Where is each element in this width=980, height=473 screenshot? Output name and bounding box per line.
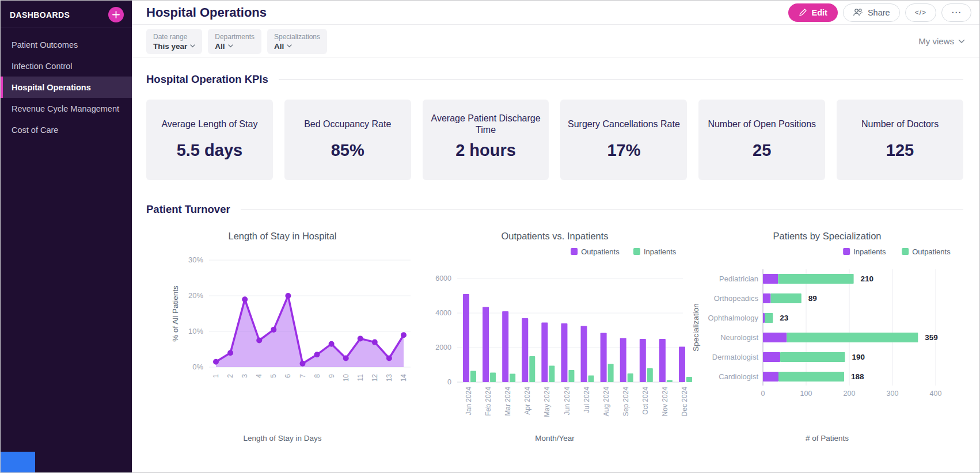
ellipsis-icon: ⋯ (951, 7, 962, 17)
bar-segment-inpatients[interactable] (763, 274, 778, 284)
bar-inpatients[interactable] (627, 373, 633, 382)
bar-outpatients[interactable] (679, 347, 685, 383)
bar-outpatients[interactable] (522, 318, 528, 382)
bar-outpatients[interactable] (541, 323, 548, 383)
bar-inpatients[interactable] (510, 374, 515, 382)
sidebar-item-revenue-cycle-management[interactable]: Revenue Cycle Management (1, 98, 132, 119)
kpi-card-number-of-open-positions[interactable]: Number of Open Positions25 (698, 100, 825, 180)
data-point[interactable] (242, 296, 248, 302)
legend-label: Outpatients (912, 247, 951, 256)
kpi-card-average-length-of-stay[interactable]: Average Length of Stay5.5 days (146, 100, 273, 180)
edit-button-label: Edit (812, 8, 827, 17)
kpi-card-title: Surgery Cancellations Rate (561, 111, 687, 138)
area-chart[interactable]: 0%10%20%30%% of All Patients123456789101… (145, 244, 421, 434)
sidebar: DASHBOARDS Patient OutcomesInfection Con… (1, 1, 132, 472)
bar-inpatients[interactable] (568, 370, 574, 382)
kpi-card-number-of-doctors[interactable]: Number of Doctors125 (837, 100, 963, 180)
add-dashboard-button[interactable] (108, 7, 124, 22)
bar-segment-outpatients[interactable] (765, 313, 773, 323)
bar-segment-outpatients[interactable] (770, 293, 801, 303)
data-point[interactable] (386, 356, 392, 361)
data-point[interactable] (271, 327, 276, 333)
x-axis-label: # of Patients (806, 434, 849, 443)
bar-outpatients[interactable] (639, 339, 645, 382)
kpi-card-value: 17% (607, 141, 640, 160)
data-point[interactable] (401, 332, 407, 338)
kpi-card-average-patient-discharge-time[interactable]: Average Patient Discharge Time2 hours (423, 100, 549, 180)
bar-segment-inpatients[interactable] (763, 372, 778, 382)
bar-inpatients[interactable] (588, 376, 594, 382)
bar-inpatients[interactable] (549, 366, 554, 383)
embed-code-button[interactable]: </> (905, 3, 936, 22)
legend-swatch[interactable] (902, 248, 909, 255)
grouped-bar-chart[interactable]: InpatientsOutpatients0200040006000Jan 20… (417, 244, 693, 434)
kpi-card-title: Bed Occupancy Rate (297, 111, 398, 138)
kpi-card-surgery-cancellations-rate[interactable]: Surgery Cancellations Rate17% (560, 100, 687, 180)
x-tick-label: Jul 2024 (582, 387, 590, 413)
legend-swatch[interactable] (571, 248, 578, 255)
sidebar-item-patient-outcomes[interactable]: Patient Outcomes (1, 34, 132, 55)
x-tick-label: 200 (843, 390, 855, 398)
data-point[interactable] (371, 340, 377, 345)
bar-outpatients[interactable] (483, 307, 489, 383)
my-views-dropdown[interactable]: My views (918, 36, 965, 46)
bar-segment-outpatients[interactable] (778, 274, 853, 284)
bar-segment-outpatients[interactable] (778, 372, 844, 382)
bar-outpatients[interactable] (463, 294, 469, 382)
filter-chip-date-range[interactable]: Date rangeThis year (146, 29, 202, 54)
data-point[interactable] (328, 341, 334, 347)
data-point[interactable] (227, 350, 233, 356)
filter-chip-value: This year (153, 42, 187, 51)
data-point[interactable] (285, 293, 291, 299)
bar-total-label: 23 (780, 314, 789, 322)
data-point[interactable] (314, 352, 320, 357)
kpi-card-bed-occupancy-rate[interactable]: Bed Occupancy Rate85% (284, 100, 411, 180)
bar-outpatients[interactable] (502, 311, 508, 382)
legend-swatch[interactable] (843, 248, 850, 255)
x-tick-label: 2 (226, 374, 234, 378)
bar-inpatients[interactable] (647, 368, 652, 382)
bar-inpatients[interactable] (666, 380, 672, 382)
data-point[interactable] (343, 356, 348, 361)
bar-segment-inpatients[interactable] (763, 352, 780, 362)
y-tick-label: 4000 (435, 309, 451, 317)
x-tick-label: 1 (212, 374, 220, 378)
x-tick-label: 9 (327, 374, 335, 378)
bar-outpatients[interactable] (580, 326, 587, 383)
bar-outpatients[interactable] (659, 339, 665, 382)
bar-inpatients[interactable] (529, 356, 535, 382)
data-point[interactable] (299, 361, 305, 367)
bar-inpatients[interactable] (607, 364, 613, 383)
topbar: Hospital Operations Edit Share (132, 1, 979, 25)
x-tick-label: Mar 2024 (504, 387, 512, 416)
stacked-bar-chart[interactable]: OutpatientsInpatients0100200300400Specia… (689, 244, 966, 434)
bar-outpatients[interactable] (600, 333, 606, 383)
filter-chip-departments[interactable]: DepartmentsAll (208, 29, 261, 54)
sidebar-item-hospital-operations[interactable]: Hospital Operations (1, 77, 132, 98)
share-button[interactable]: Share (843, 3, 900, 22)
bar-segment-inpatients[interactable] (763, 313, 765, 323)
bar-segment-inpatients[interactable] (763, 333, 787, 342)
data-point[interactable] (357, 335, 363, 341)
bar-segment-outpatients[interactable] (787, 333, 918, 342)
bar-segment-inpatients[interactable] (763, 293, 771, 303)
people-icon (853, 8, 863, 17)
chart-title: Length of Stay in Hospital (228, 231, 336, 242)
bar-outpatients[interactable] (620, 338, 626, 383)
bottom-left-blue-element[interactable] (1, 452, 35, 472)
sidebar-item-infection-control[interactable]: Infection Control (1, 55, 132, 77)
bar-segment-outpatients[interactable] (780, 352, 845, 362)
edit-button[interactable]: Edit (788, 3, 838, 22)
legend-swatch[interactable] (633, 248, 640, 255)
bar-inpatients[interactable] (490, 373, 496, 383)
kpi-section-title: Hospital Operation KPIs (146, 73, 268, 86)
code-icon: </> (915, 9, 926, 17)
filter-chips: Date rangeThis yearDepartmentsAllSpecial… (146, 29, 918, 54)
bar-inpatients[interactable] (470, 371, 476, 383)
filter-chip-specializations[interactable]: SpecializationsAll (267, 29, 327, 54)
data-point[interactable] (213, 359, 219, 365)
bar-outpatients[interactable] (561, 323, 567, 382)
more-options-button[interactable]: ⋯ (941, 3, 971, 22)
sidebar-item-cost-of-care[interactable]: Cost of Care (1, 119, 132, 140)
data-point[interactable] (256, 338, 262, 344)
